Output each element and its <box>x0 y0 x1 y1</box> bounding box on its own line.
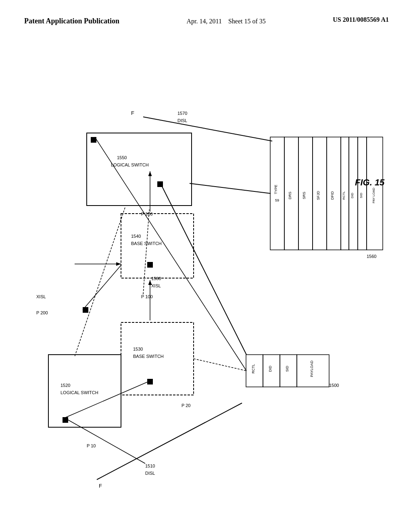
switch-1540: 1540 BASE SWITCH <box>121 214 194 278</box>
svg-text:RCTL: RCTL <box>342 191 346 200</box>
svg-text:TYPE: TYPE <box>274 185 278 194</box>
long-diag-1 <box>95 137 246 371</box>
conn-1550-1560 <box>190 183 271 193</box>
xisl-label-left: XISL <box>36 294 46 299</box>
long-diag-2 <box>161 183 246 355</box>
dot-1530 <box>83 307 88 313</box>
figure-label: FIG. 15 <box>355 177 385 187</box>
page-header: Patent Application Publication Apr. 14, … <box>0 0 413 27</box>
f-bottom: F <box>99 483 102 489</box>
packet-1500: RCTL DID SID PAYLOAD 1500 <box>246 355 339 388</box>
figure-15-svg: FIG. 15 RCTL DID SID PAYLOAD 1500 TYPE 5… <box>24 56 387 500</box>
p10-label: P 10 <box>87 443 96 448</box>
label-1560: 1560 <box>367 254 376 259</box>
svg-text:DRS: DRS <box>288 191 292 199</box>
label-1510: 1510 <box>145 463 155 468</box>
conn-1520-1530 <box>65 382 147 418</box>
conn-1520-1540 <box>83 265 121 310</box>
label-1500: 1500 <box>329 383 339 388</box>
svg-text:LOGICAL SWITCH: LOGICAL SWITCH <box>60 390 98 395</box>
p200-left-label: P 200 <box>36 310 48 315</box>
svg-text:SRS: SRS <box>302 192 306 200</box>
svg-text:1540: 1540 <box>131 234 141 239</box>
disl-1570-line <box>143 117 272 141</box>
diagram-area: FIG. 15 RCTL DID SID PAYLOAD 1500 TYPE 5… <box>24 56 387 500</box>
p100-label: P 100 <box>141 294 153 299</box>
svg-rect-38 <box>147 262 153 268</box>
f-top: F <box>131 110 134 116</box>
svg-text:1580: 1580 <box>151 276 161 281</box>
svg-text:PAYLOAD: PAYLOAD <box>310 360 314 377</box>
svg-rect-35 <box>121 214 194 278</box>
svg-text:1530: 1530 <box>133 347 143 351</box>
svg-text:XISL: XISL <box>151 283 161 288</box>
conn-1520-disl1510 <box>65 418 145 463</box>
svg-text:DID: DID <box>268 366 272 372</box>
packet-1560: TYPE 59 DRS SRS SFJD DFID RCTL DID SID P… <box>270 137 383 259</box>
xisl-1580: 1580 XISL <box>143 210 161 294</box>
switch-1520: 1520 LOGICAL SWITCH <box>48 355 121 427</box>
svg-text:1520: 1520 <box>60 383 70 388</box>
svg-line-44 <box>143 210 149 294</box>
svg-text:DID: DID <box>350 193 354 198</box>
svg-text:SID: SID <box>359 193 363 198</box>
svg-rect-30 <box>63 417 68 423</box>
svg-text:DFID: DFID <box>330 191 334 200</box>
publication-label: Patent Application Publication <box>24 16 119 26</box>
svg-text:PAY LOAD: PAY LOAD <box>372 187 375 203</box>
svg-text:SID: SID <box>285 366 289 372</box>
p200-right-label: P 200 <box>141 212 153 216</box>
svg-text:59: 59 <box>275 198 279 202</box>
label-1570: 1570 <box>177 111 187 116</box>
p20-label: P 20 <box>181 403 190 408</box>
switch-1530: 1530 BASE SWITCH <box>121 322 194 395</box>
label-disl-top: DISL <box>177 118 187 123</box>
sheet-label: Sheet 15 of 35 <box>228 18 266 25</box>
date-label: Apr. 14, 2011 <box>187 18 222 25</box>
disl-1510-line <box>97 403 242 480</box>
svg-text:1550: 1550 <box>117 155 127 160</box>
patent-number: US 2011/0085569 A1 <box>333 16 389 23</box>
header-center: Apr. 14, 2011 Sheet 15 of 35 <box>187 16 266 27</box>
svg-text:LOGICAL SWITCH: LOGICAL SWITCH <box>111 162 149 167</box>
conn-dashed-down <box>75 208 125 357</box>
svg-text:BASE SWITCH: BASE SWITCH <box>131 241 162 246</box>
switch-1550: 1550 LOGICAL SWITCH <box>87 133 192 206</box>
svg-text:SFJD: SFJD <box>316 191 320 200</box>
svg-text:RCTL: RCTL <box>251 364 255 374</box>
label-disl-bottom: DISL <box>145 471 155 476</box>
svg-rect-34 <box>147 379 153 384</box>
svg-rect-31 <box>121 322 194 395</box>
conn-1530-1500-dash <box>194 359 246 371</box>
svg-text:BASE SWITCH: BASE SWITCH <box>133 354 164 359</box>
svg-rect-39 <box>87 133 192 206</box>
